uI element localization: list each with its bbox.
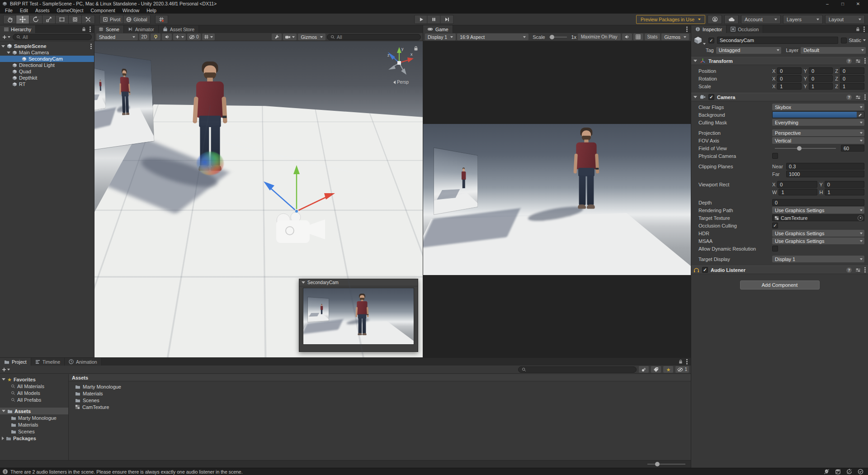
display-dropdown[interactable]: Display 1: [425, 33, 456, 40]
scene-viewport[interactable]: y x z Persp SecondaryCam: [94, 41, 423, 357]
selected-camera-gizmo[interactable]: [254, 162, 344, 257]
camera-preview-header[interactable]: SecondaryCam: [299, 279, 418, 286]
vsync-toggle[interactable]: [633, 33, 643, 40]
presets-icon[interactable]: [855, 58, 861, 64]
occlusion-culling-checkbox[interactable]: ✓: [772, 223, 778, 228]
culling-mask-dropdown[interactable]: Everything: [772, 119, 864, 126]
maximize-on-play-toggle[interactable]: Maximize On Play: [578, 33, 621, 40]
color-swatch[interactable]: [773, 112, 857, 118]
add-component-button[interactable]: Add Component: [740, 280, 820, 290]
auto-light-off-icon[interactable]: [824, 469, 830, 475]
hierarchy-item-main-camera[interactable]: Main Camera: [0, 49, 94, 56]
projection-mode-label[interactable]: Persp: [382, 80, 420, 85]
transform-component-header[interactable]: Transform ?: [691, 57, 868, 65]
project-search-input[interactable]: [518, 366, 637, 373]
near-clip-field[interactable]: 0.3: [786, 163, 864, 170]
menu-assets[interactable]: Assets: [32, 8, 53, 13]
create-menu-button[interactable]: [2, 35, 10, 39]
scale-slider[interactable]: [549, 37, 567, 38]
tab-occlusion[interactable]: Occlusion: [726, 25, 763, 33]
rotation-y-field[interactable]: 0: [809, 75, 833, 82]
depth-field[interactable]: 0: [772, 199, 864, 206]
presets-icon[interactable]: [855, 267, 861, 273]
object-picker-icon[interactable]: [858, 215, 863, 221]
rotation-z-field[interactable]: 0: [840, 75, 864, 82]
kebab-menu-icon[interactable]: [863, 28, 865, 30]
background-color-field[interactable]: [772, 111, 864, 118]
foldout-open-icon[interactable]: [2, 378, 5, 380]
audio-listener-enabled-checkbox[interactable]: ✓: [702, 267, 708, 273]
move-arrow-y[interactable]: [293, 165, 300, 174]
tab-animation[interactable]: Animation: [65, 358, 102, 366]
active-checkbox[interactable]: ✓: [708, 38, 714, 43]
layer-dropdown[interactable]: Default: [801, 47, 866, 54]
tab-timeline[interactable]: Timeline: [31, 358, 65, 366]
hdr-dropdown[interactable]: Use Graphics Settings: [772, 230, 864, 237]
presets-icon[interactable]: [855, 95, 861, 100]
tree-item-marty-monologue[interactable]: Marty Monologue: [0, 414, 68, 421]
kebab-menu-icon[interactable]: [686, 28, 688, 30]
favorites-section[interactable]: ★Favorites: [0, 376, 68, 383]
file-materials[interactable]: Materials: [69, 390, 691, 397]
rendering-path-dropdown[interactable]: Use Graphics Settings: [772, 207, 864, 214]
transform-tool-button[interactable]: [69, 15, 82, 24]
clear-flags-dropdown[interactable]: Skybox: [772, 104, 864, 110]
quad-rendertexture-object[interactable]: [94, 52, 154, 150]
scale-slider-knob[interactable]: [550, 35, 554, 39]
scene-audio-toggle[interactable]: [162, 33, 172, 40]
script-reload-icon[interactable]: [846, 469, 852, 475]
rect-tool-button[interactable]: [56, 15, 69, 24]
file-scenes[interactable]: Scenes: [69, 397, 691, 404]
favorite-all-prefabs[interactable]: All Prefabs: [0, 396, 68, 403]
field-of-view-value[interactable]: 60: [841, 145, 864, 152]
msaa-dropdown[interactable]: Use Graphics Settings: [772, 238, 864, 244]
menu-edit[interactable]: Edit: [16, 8, 32, 13]
position-x-field[interactable]: 0: [777, 67, 801, 74]
tree-item-scenes[interactable]: Scenes: [0, 428, 68, 435]
cloud-button[interactable]: [724, 15, 739, 24]
move-arrow-x[interactable]: [324, 193, 335, 200]
icon-size-knob[interactable]: [655, 462, 660, 466]
minimize-button[interactable]: –: [820, 0, 835, 7]
view-lock-icon[interactable]: [414, 46, 418, 51]
kebab-menu-icon[interactable]: [90, 46, 92, 47]
dynamic-resolution-checkbox[interactable]: [772, 246, 778, 252]
viewport-y-field[interactable]: 0: [825, 181, 864, 188]
layers-dropdown[interactable]: Layers: [783, 15, 823, 24]
projection-dropdown[interactable]: Perspective: [772, 129, 864, 136]
hand-tool-button[interactable]: [3, 15, 16, 24]
kebab-menu-icon[interactable]: [864, 269, 866, 271]
kebab-menu-icon[interactable]: [90, 28, 91, 30]
progress-check-icon[interactable]: [858, 469, 863, 475]
tab-game[interactable]: Game: [423, 25, 453, 33]
foldout-open-icon[interactable]: [7, 52, 10, 54]
close-button[interactable]: ✕: [850, 0, 866, 7]
gameobject-cube-icon[interactable]: [693, 36, 706, 45]
scene-grid-dropdown[interactable]: [202, 33, 215, 40]
eyedropper-icon[interactable]: [857, 112, 864, 118]
far-clip-field[interactable]: 1000: [786, 171, 864, 177]
move-tool-button[interactable]: [16, 15, 29, 24]
lock-icon[interactable]: [856, 27, 860, 32]
foldout-closed-icon[interactable]: [2, 437, 4, 440]
hidden-packages-badge[interactable]: 1: [675, 366, 689, 373]
game-gizmos-dropdown[interactable]: Gizmos: [661, 33, 689, 40]
effects-dropdown[interactable]: [173, 33, 186, 40]
audio-listener-component-header[interactable]: ✓ Audio Listener ?: [691, 266, 868, 274]
position-y-field[interactable]: 0: [809, 67, 833, 74]
component-tools-button[interactable]: [272, 33, 282, 40]
fov-axis-dropdown[interactable]: Vertical: [772, 137, 864, 144]
static-checkbox[interactable]: [841, 38, 847, 43]
kebab-menu-icon[interactable]: [686, 361, 688, 362]
hierarchy-item-rt[interactable]: RT: [0, 81, 94, 87]
lighting-toggle[interactable]: [151, 33, 160, 40]
kebab-menu-icon[interactable]: [864, 96, 866, 98]
cache-server-icon[interactable]: [835, 469, 841, 475]
fov-slider-knob[interactable]: [797, 146, 802, 151]
viewport-x-field[interactable]: 0: [777, 181, 817, 188]
file-camtexture[interactable]: CamTexture: [69, 404, 691, 410]
tree-item-assets[interactable]: Assets: [0, 408, 68, 414]
tree-item-packages[interactable]: Packages: [0, 435, 68, 442]
tab-asset-store[interactable]: Asset Store: [159, 25, 199, 33]
menu-component[interactable]: Component: [87, 8, 118, 13]
